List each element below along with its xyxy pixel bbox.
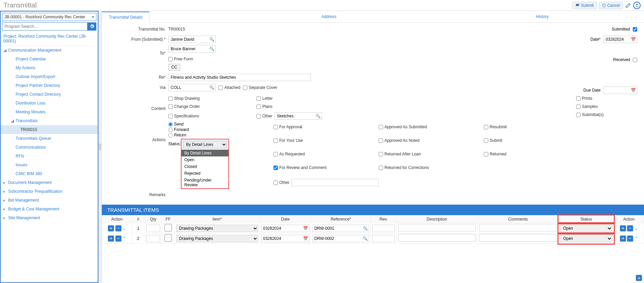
desc-input[interactable] — [398, 224, 476, 231]
via-input[interactable] — [168, 84, 216, 91]
row-remove-button[interactable]: － — [627, 225, 633, 231]
sidebar-item-contact-dir[interactable]: Project Contact Directory — [1, 90, 98, 99]
row-chevron-icon[interactable]: ⌃ — [634, 236, 638, 241]
cb-change-order[interactable] — [168, 105, 173, 109]
submit-button[interactable]: Submit — [572, 2, 596, 9]
cb-prints[interactable] — [576, 96, 581, 101]
freeform-checkbox[interactable] — [168, 57, 173, 61]
sidebar-section-doc-mgmt[interactable]: ▸Document Management — [1, 178, 98, 187]
cb-submit[interactable] — [484, 138, 488, 143]
comments-input[interactable] — [479, 234, 557, 242]
attached-checkbox[interactable] — [219, 86, 223, 90]
ff-checkbox[interactable] — [163, 234, 173, 242]
sidebar-item-my-actions[interactable]: My Actions — [1, 63, 98, 72]
row-add-button[interactable]: ＋ — [620, 225, 626, 231]
cb-as-requested[interactable] — [273, 152, 278, 156]
comments-input[interactable] — [479, 224, 557, 231]
qty-input[interactable] — [146, 235, 160, 242]
user-icon[interactable] — [633, 2, 641, 9]
received-checkbox[interactable] — [633, 58, 637, 62]
ff-checkbox[interactable] — [163, 224, 173, 231]
sidebar-section-communication[interactable]: ◢Communication Management — [1, 46, 98, 55]
sidebar-section-subcontractor[interactable]: ▸Subcontractor Prequalification — [1, 187, 98, 196]
tab-history[interactable]: History — [508, 12, 576, 22]
row-add-button[interactable]: ＋ — [108, 225, 114, 231]
from-input[interactable] — [168, 36, 216, 43]
sidebar-item-bim360[interactable]: CMiC BIM 360 — [1, 169, 98, 178]
calendar-icon[interactable]: 📅 — [631, 88, 636, 93]
to-input[interactable] — [168, 45, 216, 53]
sidebar-collapse-handle[interactable] — [98, 11, 102, 283]
cb-specifications[interactable] — [168, 114, 173, 118]
cb-for-approval[interactable] — [273, 125, 278, 129]
reference-input[interactable] — [312, 225, 369, 232]
sidebar-item-tr00015[interactable]: TR00015 — [1, 125, 98, 134]
sidebar-item-outlook[interactable]: Outlook Import/Export — [1, 72, 98, 81]
cb-letter[interactable] — [257, 96, 261, 101]
cb-for-your-use[interactable] — [273, 138, 278, 143]
radio-send[interactable] — [168, 122, 173, 127]
search-icon[interactable]: 🔍 — [363, 236, 368, 241]
sidebar-item-issues[interactable]: Issues — [1, 161, 98, 169]
sidebar-item-partner-dir[interactable]: Project Partner Directory — [1, 81, 98, 90]
re-input[interactable] — [168, 74, 311, 81]
sidebar-item-dist-lists[interactable]: Distribution Lists — [1, 99, 98, 108]
submitted-checkbox[interactable] — [633, 27, 637, 32]
search-icon[interactable]: 🔍 — [209, 85, 214, 90]
row-chevron-icon[interactable]: ⌄ — [634, 226, 638, 230]
qty-input[interactable] — [146, 225, 160, 232]
rev-input[interactable] — [372, 235, 395, 242]
search-icon[interactable]: 🔍 — [209, 37, 214, 42]
search-settings-button[interactable] — [88, 22, 96, 31]
sidebar-item-transmittals[interactable]: ◢Transmittals — [1, 116, 98, 125]
action-other-input[interactable] — [291, 179, 379, 186]
calendar-icon[interactable]: 📅 — [631, 37, 636, 42]
sidebar-section-site-mgmt[interactable]: ▸Site Management — [1, 213, 98, 222]
radio-return[interactable] — [168, 133, 173, 137]
sidebar-item-meeting-minutes[interactable]: Meeting Minutes — [1, 108, 98, 116]
cb-returned-loan[interactable] — [379, 152, 383, 156]
cb-for-review[interactable] — [273, 166, 278, 170]
item-select[interactable]: Drawing Packages — [176, 225, 258, 232]
sidebar-item-calendar[interactable]: Project Calendar — [1, 55, 98, 63]
cb-samples[interactable] — [576, 105, 581, 109]
item-select[interactable]: Drawing Packages — [176, 235, 258, 242]
cb-action-other[interactable] — [273, 181, 278, 185]
row-chevron-icon[interactable]: ⌃ — [122, 236, 126, 241]
cb-resubmit[interactable] — [484, 125, 488, 129]
tab-address[interactable]: Address — [150, 12, 508, 22]
search-icon[interactable]: 🔍 — [363, 226, 368, 231]
add-bottom-button[interactable]: ＋ — [636, 275, 642, 281]
desc-input[interactable] — [398, 234, 476, 242]
cb-returned-corrections[interactable] — [379, 166, 383, 170]
cb-submittals[interactable] — [576, 113, 581, 117]
rev-input[interactable] — [372, 225, 395, 232]
cb-returned[interactable] — [484, 152, 488, 156]
row-add-button[interactable]: ＋ — [108, 235, 114, 242]
reference-input[interactable] — [312, 235, 369, 242]
sidebar-item-rfis[interactable]: RFIs — [1, 152, 98, 161]
cb-approved-submitted[interactable] — [379, 125, 383, 129]
cb-approved-noted[interactable] — [379, 138, 383, 143]
row-remove-button[interactable]: － — [115, 235, 121, 242]
sidebar-item-communications[interactable]: Communications — [1, 143, 98, 152]
program-search-input[interactable] — [2, 22, 88, 31]
row-status-select[interactable]: Open — [560, 235, 612, 242]
cc-button[interactable]: CC — [168, 64, 180, 71]
cb-plans[interactable] — [257, 105, 261, 109]
sidebar-section-budget-cost[interactable]: ▸Budget & Cost Management — [1, 205, 98, 213]
row-remove-button[interactable]: － — [627, 235, 633, 242]
cb-shop-drawing[interactable] — [168, 96, 173, 101]
row-status-select[interactable]: Open — [560, 225, 612, 232]
sidebar-item-transmittals-queue[interactable]: Transmittals Queue — [1, 134, 98, 143]
row-add-button[interactable]: ＋ — [620, 235, 626, 242]
search-icon[interactable]: 🔍 — [209, 46, 214, 51]
other-input[interactable] — [274, 112, 322, 120]
radio-forward[interactable] — [168, 128, 173, 132]
edit-icon[interactable] — [625, 2, 631, 8]
sidebar-section-bid-mgmt[interactable]: ▸Bid Management — [1, 196, 98, 205]
cancel-button[interactable]: Cancel — [599, 2, 623, 9]
separate-cover-checkbox[interactable] — [243, 86, 247, 90]
item-date-input[interactable] — [261, 235, 309, 242]
tab-details[interactable]: Transmittal Details — [102, 12, 150, 23]
